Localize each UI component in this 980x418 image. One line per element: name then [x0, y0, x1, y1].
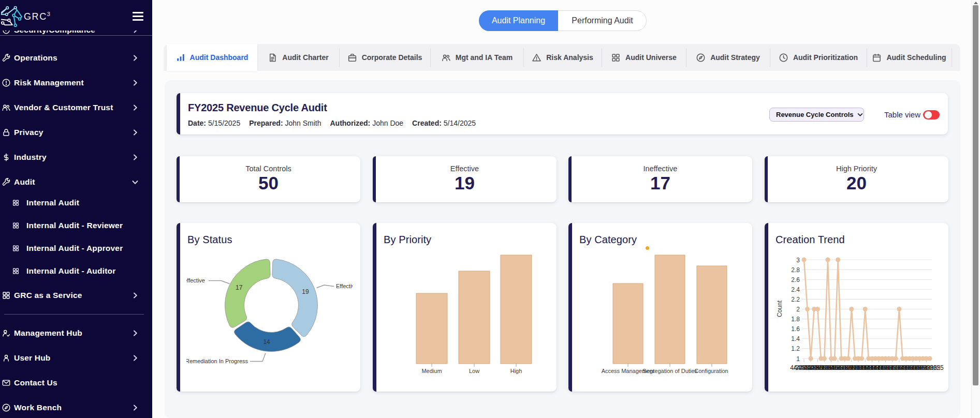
svg-text:1.6: 1.6 [791, 325, 800, 333]
svg-text:2: 2 [796, 306, 800, 313]
svg-text:Medium: Medium [421, 368, 442, 374]
svg-text:5/31/2025: 5/31/2025 [916, 364, 944, 371]
svg-text:17: 17 [236, 284, 243, 291]
svg-text:Ineffective: Ineffective [179, 277, 205, 283]
svg-text:2.6: 2.6 [791, 276, 800, 283]
svg-text:2.4: 2.4 [791, 286, 800, 293]
svg-text:High: High [510, 368, 522, 374]
svg-text:Remediation In Progress: Remediation In Progress [185, 358, 248, 364]
svg-text:1.8: 1.8 [791, 316, 800, 323]
svg-text:14: 14 [263, 338, 270, 346]
svg-text:2.8: 2.8 [791, 266, 800, 274]
svg-text:Count: Count [776, 300, 783, 317]
svg-text:1: 1 [796, 355, 800, 363]
svg-text:Effective: Effective [336, 283, 358, 289]
svg-text:1.2: 1.2 [791, 345, 800, 352]
svg-text:Segregation of Duties: Segregation of Duties [642, 368, 697, 374]
svg-text:19: 19 [302, 288, 309, 295]
svg-text:3: 3 [796, 257, 800, 264]
svg-text:Low: Low [469, 368, 479, 374]
svg-text:1.4: 1.4 [791, 335, 800, 342]
svg-text:2.2: 2.2 [791, 296, 800, 303]
svg-text:Configuration: Configuration [694, 368, 728, 374]
